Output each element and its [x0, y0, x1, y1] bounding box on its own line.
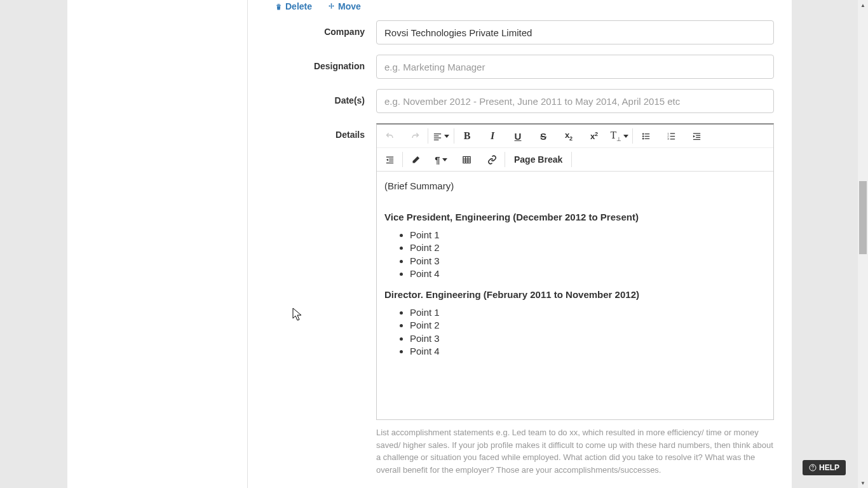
svg-rect-15 — [670, 139, 675, 139]
chevron-down-icon — [623, 135, 628, 138]
rich-text-editor: B I U S x2 x2 T⊥ 123 — [376, 123, 774, 420]
action-links: Delete Move — [275, 1, 774, 11]
main-content: Delete Move Company Designation Date(s) — [248, 0, 792, 488]
text-style-icon: T⊥ — [611, 130, 622, 142]
subscript-icon: x2 — [565, 130, 573, 142]
table-button[interactable] — [454, 148, 479, 171]
dates-label: Date(s) — [268, 89, 376, 105]
indent-icon — [692, 132, 702, 141]
company-input[interactable] — [376, 20, 774, 44]
superscript-button[interactable]: x2 — [581, 125, 607, 147]
details-help-text: List accomplishment statements e.g. Led … — [376, 426, 774, 476]
dates-row: Date(s) — [268, 89, 774, 113]
svg-rect-5 — [644, 133, 649, 134]
move-label: Move — [338, 1, 361, 11]
list-item: Point 2 — [410, 319, 766, 332]
list-item: Point 3 — [410, 332, 766, 345]
redo-icon — [410, 132, 420, 141]
svg-rect-20 — [386, 156, 393, 157]
page-break-label: Page Break — [514, 154, 562, 165]
list-item: Point 3 — [410, 255, 766, 268]
svg-rect-17 — [696, 135, 700, 135]
trash-icon — [275, 3, 283, 11]
editor-summary: (Brief Summary) — [384, 179, 766, 193]
list-item: Point 1 — [410, 229, 766, 241]
scrollbar[interactable]: ▲ ▼ — [858, 0, 868, 488]
align-left-icon — [433, 132, 442, 141]
paragraph-icon: ¶ — [435, 154, 440, 165]
editor-role1-list: Point 1 Point 2 Point 3 Point 4 — [384, 229, 766, 280]
designation-input[interactable] — [376, 55, 774, 79]
link-icon — [487, 155, 497, 165]
text-style-button[interactable]: T⊥ — [607, 125, 632, 147]
eraser-icon — [411, 155, 421, 165]
ordered-list-icon: 123 — [667, 132, 676, 141]
svg-rect-7 — [644, 135, 649, 136]
svg-rect-2 — [434, 137, 441, 138]
svg-point-6 — [642, 135, 644, 137]
redo-button[interactable] — [402, 125, 428, 147]
designation-field-wrap — [376, 55, 774, 79]
unordered-list-icon — [641, 132, 651, 141]
strikethrough-icon: S — [540, 131, 546, 142]
svg-rect-21 — [389, 158, 393, 159]
undo-icon — [385, 132, 395, 141]
paragraph-button[interactable]: ¶ — [428, 148, 454, 171]
outdent-button[interactable] — [377, 148, 402, 171]
editor-content[interactable]: (Brief Summary) Vice President, Engineer… — [377, 172, 773, 419]
svg-text:3: 3 — [667, 137, 669, 140]
scroll-up-arrow[interactable]: ▲ — [858, 0, 868, 10]
scrollbar-thumb[interactable] — [859, 181, 867, 254]
ordered-list-button[interactable]: 123 — [658, 125, 684, 147]
bold-button[interactable]: B — [454, 125, 480, 147]
unordered-list-button[interactable] — [633, 125, 658, 147]
outdent-icon — [385, 155, 395, 165]
bold-icon: B — [464, 130, 471, 142]
delete-button[interactable]: Delete — [275, 1, 312, 11]
svg-rect-23 — [386, 162, 393, 163]
table-icon — [462, 155, 471, 165]
editor-role2: Director. Engineering (February 2011 to … — [384, 289, 639, 300]
chevron-down-icon — [442, 158, 447, 161]
chevron-down-icon — [444, 135, 449, 138]
details-row: Details — [268, 123, 774, 476]
help-button-label: HELP — [819, 463, 839, 472]
details-field-wrap: B I U S x2 x2 T⊥ 123 — [376, 123, 774, 476]
left-sidebar — [67, 0, 248, 488]
list-item: Point 4 — [410, 345, 766, 358]
svg-rect-9 — [644, 138, 649, 139]
editor-role1: Vice President, Engineering (December 20… — [384, 212, 639, 222]
scroll-down-arrow[interactable]: ▼ — [858, 478, 868, 488]
svg-point-30 — [812, 469, 813, 470]
help-button[interactable]: HELP — [803, 460, 846, 475]
svg-rect-3 — [434, 139, 439, 140]
clear-format-button[interactable] — [403, 148, 428, 171]
help-icon — [809, 464, 817, 471]
svg-rect-22 — [389, 160, 393, 161]
designation-row: Designation — [268, 55, 774, 79]
underline-button[interactable]: U — [505, 125, 531, 147]
company-label: Company — [268, 20, 376, 37]
indent-button[interactable] — [684, 125, 709, 147]
editor-toolbar: B I U S x2 x2 T⊥ 123 — [377, 125, 773, 172]
svg-rect-16 — [693, 133, 700, 133]
svg-rect-13 — [670, 135, 675, 136]
italic-button[interactable]: I — [480, 125, 505, 147]
link-button[interactable] — [479, 148, 505, 171]
superscript-icon: x2 — [590, 131, 598, 141]
svg-rect-19 — [693, 139, 700, 139]
svg-rect-24 — [463, 156, 470, 163]
subscript-button[interactable]: x2 — [556, 125, 581, 147]
list-item: Point 2 — [410, 241, 766, 254]
svg-rect-0 — [434, 133, 441, 134]
svg-rect-1 — [434, 135, 439, 136]
strikethrough-button[interactable]: S — [531, 125, 556, 147]
move-button[interactable]: Move — [327, 1, 361, 11]
svg-rect-18 — [696, 137, 700, 137]
list-item: Point 4 — [410, 268, 766, 280]
undo-button[interactable] — [377, 125, 402, 147]
dates-input[interactable] — [376, 89, 774, 113]
italic-icon: I — [491, 130, 494, 142]
align-button[interactable] — [428, 125, 454, 147]
page-break-button[interactable]: Page Break — [505, 148, 571, 171]
